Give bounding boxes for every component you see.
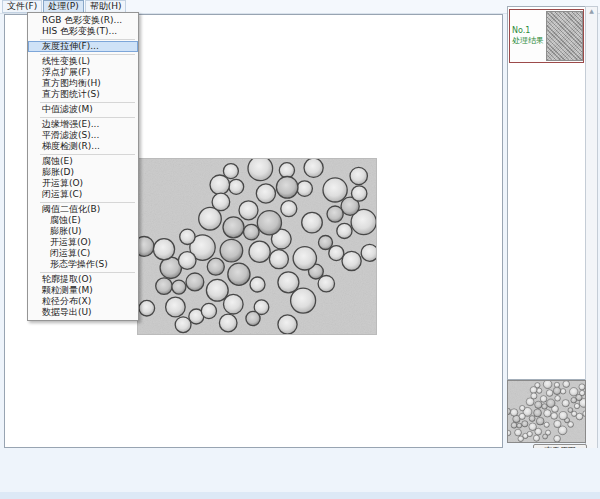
menu-separator <box>28 52 138 56</box>
original-image-thumbnail[interactable] <box>507 380 586 443</box>
menu-separator <box>28 115 138 119</box>
menu-item[interactable]: 中值滤波(M) <box>28 104 138 115</box>
bottom-toolbar: 工程操作 打开 保存 处理设置 自动处理 ✓ 工具: 二值 ▼ 打开图像 处理 … <box>0 448 600 492</box>
result-list-item[interactable]: No.1 处理结果 <box>509 9 584 63</box>
microsphere-image <box>138 159 376 334</box>
menu-item[interactable]: 灰度拉伸(F)... <box>28 41 138 52</box>
menu-item[interactable]: 开运算(O) <box>28 178 138 189</box>
menu-item[interactable]: 闭运算(C) <box>28 189 138 200</box>
menu-item[interactable]: 梯度检测(R)... <box>28 141 138 152</box>
menu-item[interactable]: 颗粒测量(M) <box>28 285 138 296</box>
menu-item[interactable]: 开运算(O) <box>28 237 138 248</box>
result-thumbnail[interactable] <box>546 11 583 61</box>
menu-separator <box>28 270 138 274</box>
result-item-index: No.1 <box>512 26 546 36</box>
menu-item[interactable]: 浮点扩展(F) <box>28 67 138 78</box>
menu-item[interactable]: 直方图均衡(H) <box>28 78 138 89</box>
menu-item[interactable]: 粒径分布(X) <box>28 296 138 307</box>
menu-item[interactable]: 阈值二值化(B) <box>28 204 138 215</box>
result-item-text: No.1 处理结果 <box>510 26 546 46</box>
process-menu-dropdown: RGB 色彩变换(R)...HIS 色彩变换(T)...灰度拉伸(F)...线性… <box>27 12 139 321</box>
menu-item[interactable]: 闭运算(C) <box>28 248 138 259</box>
menu-item[interactable]: 边缘增强(E)... <box>28 119 138 130</box>
result-item-label: 处理结果 <box>512 36 546 46</box>
menu-separator <box>28 100 138 104</box>
menu-item[interactable]: 直方图统计(S) <box>28 89 138 100</box>
menu-item[interactable]: 平滑滤波(S)... <box>28 130 138 141</box>
menu-item[interactable]: RGB 色彩变换(R)... <box>28 15 138 26</box>
window-bottom-strip <box>0 492 600 499</box>
app-window: 文件(F)处理(P)帮助(H) RGB 色彩变换(R)...HIS 色彩变换(T… <box>0 0 600 499</box>
result-list-scrollbar[interactable]: ▲ ▼ <box>585 6 598 457</box>
scroll-up-icon[interactable]: ▲ <box>589 7 594 15</box>
menu-item[interactable]: HIS 色彩变换(T)... <box>28 26 138 37</box>
menu-item[interactable]: 数据导出(U) <box>28 307 138 318</box>
menu-item[interactable]: 膨胀(D) <box>28 167 138 178</box>
menu-item[interactable]: 腐蚀(E) <box>28 215 138 226</box>
menu-separator <box>28 200 138 204</box>
menu-item[interactable]: 线性变换(L) <box>28 56 138 67</box>
menu-separator <box>28 152 138 156</box>
menu-item[interactable]: 轮廓提取(O) <box>28 274 138 285</box>
menu-separator <box>28 37 138 41</box>
menu-item[interactable]: 腐蚀(E) <box>28 156 138 167</box>
menu-item[interactable]: 形态学操作(S) <box>28 259 138 270</box>
menu-item[interactable]: 膨胀(U) <box>28 226 138 237</box>
